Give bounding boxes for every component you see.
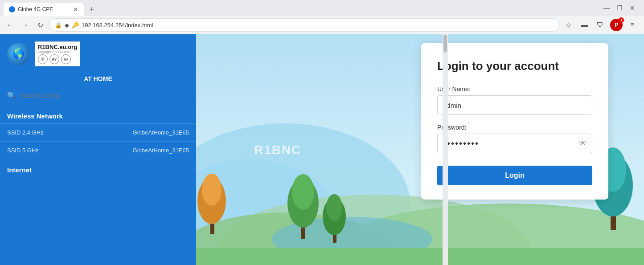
scroll-thumb[interactable]	[443, 35, 447, 53]
ssid-24ghz-value: GlobeAtHome_31E65	[133, 129, 189, 136]
tree-center-tall	[285, 167, 321, 239]
new-tab-button[interactable]: +	[86, 3, 98, 16]
svg-point-21	[202, 174, 222, 206]
extensions-button[interactable]: ▬	[578, 19, 591, 31]
forward-button[interactable]: →	[19, 19, 31, 31]
active-tab[interactable]: Ginbe 4G CPF ✕	[4, 3, 84, 16]
login-title: Login to your account	[437, 59, 592, 73]
ssid-5ghz-value: GlobeAtHome_31E65	[133, 147, 189, 154]
profile-initial: P	[615, 22, 618, 28]
sidebar-header: 🌎 R1BNC.eu.org Copyright 2023 R1BNC © BY…	[0, 34, 196, 73]
browser-chrome: Ginbe 4G CPF ✕ + — ❐ ✕ ← → ↻ 🔒 ◆ 🔑 192.1…	[0, 0, 644, 34]
cc-icon: ©	[38, 54, 48, 64]
tab-bar: Ginbe 4G CPF ✕ + — ❐ ✕	[0, 0, 644, 16]
r1bnc-title: R1BNC.eu.org	[38, 44, 77, 50]
svg-point-3	[218, 195, 530, 265]
ssid-24ghz-label: SSID 2.4 GHz	[7, 129, 44, 136]
window-controls: — ❐ ✕	[603, 4, 640, 14]
password-input[interactable]	[437, 134, 592, 153]
password-group: Password: 👁	[437, 124, 592, 153]
menu-button[interactable]: ≡	[626, 19, 639, 31]
by-icon: BY	[49, 54, 59, 64]
password-wrapper: 👁	[437, 134, 592, 153]
page-content: 🌎 R1BNC.eu.org Copyright 2023 R1BNC © BY…	[0, 34, 644, 265]
scrollbar[interactable]	[443, 34, 448, 265]
shield-button[interactable]: 🛡	[594, 19, 607, 31]
ssid-24ghz-item: SSID 2.4 GHz GlobeAtHome_31E65	[0, 123, 196, 141]
profile-button[interactable]: P 1	[610, 19, 623, 31]
r1bnc-icons-row: © BY SA	[38, 54, 77, 64]
address-bar-row: ← → ↻ 🔒 ◆ 🔑 192.168.254.254/index.html ☆…	[0, 16, 644, 34]
show-password-icon[interactable]: 👁	[579, 139, 587, 148]
search-icon: 🔍	[7, 91, 16, 100]
sidebar: 🌎 R1BNC.eu.org Copyright 2023 R1BNC © BY…	[0, 34, 196, 265]
close-button[interactable]: ✕	[630, 4, 635, 12]
shield-icon: ◆	[65, 22, 69, 29]
address-bar[interactable]: 🔒 ◆ 🔑 192.168.254.254/index.html	[49, 18, 559, 32]
password-label: Password:	[437, 124, 592, 131]
url-text: 192.168.254.254/index.html	[82, 22, 554, 29]
wireless-network-section-title: Wireless Network	[0, 107, 196, 123]
notification-badge: 1	[619, 17, 624, 23]
main-area: R1BNC. Free Unlocking/OpenLine Tutorial	[196, 34, 644, 265]
refresh-button[interactable]: ↻	[34, 19, 46, 31]
restore-button[interactable]: ❐	[617, 4, 623, 12]
key-icon: 🔑	[72, 22, 79, 29]
login-card: Login to your account User Name: Passwor…	[421, 43, 608, 200]
username-group: User Name:	[437, 86, 592, 115]
tree-center-medium	[321, 190, 348, 243]
r1bnc-subtitle: Copyright 2023 R1BNC	[38, 50, 77, 53]
back-button[interactable]: ←	[4, 19, 16, 31]
minimize-button[interactable]: —	[603, 4, 610, 12]
tab-close-button[interactable]: ✕	[73, 6, 78, 13]
svg-point-15	[326, 194, 342, 221]
svg-rect-7	[196, 248, 644, 265]
svg-point-12	[292, 174, 314, 210]
r1bnc-badge: R1BNC.eu.org Copyright 2023 R1BNC © BY S…	[35, 41, 80, 66]
sa-icon: SA	[61, 54, 71, 64]
search-row: 🔍	[0, 88, 196, 103]
ssid-5ghz-label: SSID 5 GHz	[7, 147, 39, 154]
username-label: User Name:	[437, 86, 592, 93]
username-input[interactable]	[437, 95, 592, 115]
r1bnc-scene-watermark: R1BNC	[254, 143, 301, 157]
bookmark-button[interactable]: ☆	[562, 19, 574, 31]
ssid-5ghz-item: SSID 5 GHz GlobeAtHome_31E65	[0, 141, 196, 159]
toolbar-right: ☆ ▬ 🛡 P 1 ≡	[562, 19, 640, 31]
at-home-label: AT HOME	[0, 73, 196, 88]
tab-favicon	[9, 6, 15, 12]
internet-section-title: Internet	[0, 159, 196, 177]
logo-globe: 🌎	[7, 43, 29, 65]
login-button[interactable]: Login	[437, 166, 592, 185]
tree-right-orange	[196, 167, 227, 234]
tab-title: Ginbe 4G CPF	[18, 6, 70, 12]
security-icon: 🔒	[55, 22, 62, 29]
search-input[interactable]	[20, 92, 189, 99]
